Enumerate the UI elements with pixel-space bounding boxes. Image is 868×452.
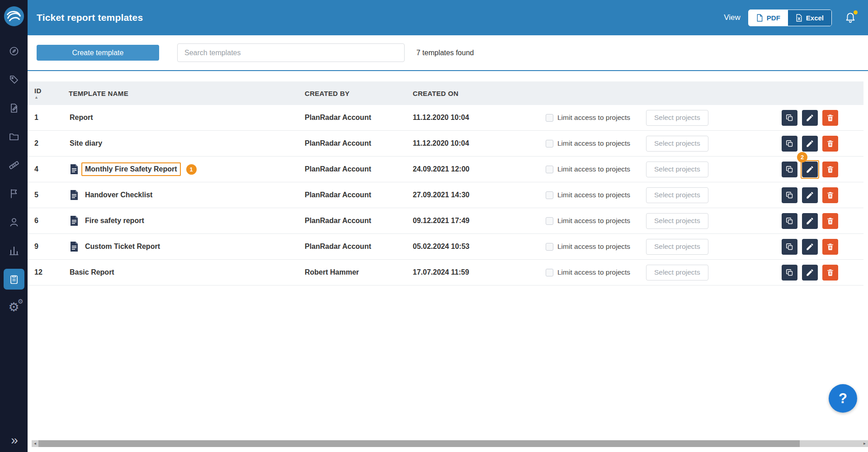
column-header-template-name[interactable]: TEMPLATE NAME (63, 90, 299, 97)
duplicate-button[interactable] (782, 265, 797, 281)
template-name[interactable]: Monthly Fire Safety Report (81, 162, 181, 176)
limit-access-checkbox[interactable] (546, 191, 553, 199)
limit-access-checkbox[interactable] (546, 166, 553, 173)
duplicate-icon (785, 243, 794, 251)
select-projects-button[interactable]: Select projects (646, 239, 708, 255)
duplicate-button[interactable] (782, 110, 797, 126)
row-actions (719, 136, 863, 152)
limit-access-checkbox[interactable] (546, 269, 553, 276)
column-header-created-on[interactable]: CREATED ON (407, 90, 540, 97)
select-projects-button[interactable]: Select projects (646, 162, 708, 177)
delete-button[interactable] (822, 136, 838, 152)
template-name-cell: Fire safety report (63, 214, 299, 228)
duplicate-button[interactable] (782, 213, 797, 229)
edit-button[interactable] (802, 265, 818, 281)
scrollbar-thumb[interactable] (38, 440, 800, 447)
annotation-badge-1: 1 (186, 164, 197, 175)
notifications-button[interactable] (844, 11, 856, 24)
limit-access-checkbox[interactable] (546, 217, 553, 225)
sidebar-item-contacts[interactable] (0, 208, 28, 236)
delete-button[interactable] (822, 187, 838, 203)
limit-access-cell: Limit access to projects (540, 268, 640, 276)
clipboard-icon (9, 274, 19, 285)
duplicate-icon (785, 139, 794, 148)
column-header-created-by[interactable]: CREATED BY (299, 90, 407, 97)
select-projects-button[interactable]: Select projects (646, 136, 708, 152)
limit-access-label: Limit access to projects (557, 217, 630, 225)
delete-button[interactable] (822, 239, 838, 255)
select-projects-button[interactable]: Select projects (646, 213, 708, 229)
template-name[interactable]: Custom Ticket Report (81, 240, 164, 253)
limit-access-checkbox[interactable] (546, 140, 553, 147)
edit-button[interactable] (802, 136, 818, 152)
pdf-view-button[interactable]: PDF (749, 10, 788, 26)
select-projects-cell: Select projects (640, 162, 719, 177)
sidebar-item-projects[interactable] (0, 122, 28, 151)
row-id: 5 (28, 191, 63, 199)
edit-button[interactable] (802, 213, 818, 229)
ruler-icon (9, 160, 19, 171)
row-id: 1 (28, 114, 63, 122)
app-window: ⚙ ⚙ » Ticket report templates View PDF (0, 0, 868, 452)
edit-button[interactable] (802, 110, 818, 126)
collapse-chevrons-icon[interactable]: » (11, 434, 17, 447)
select-projects-button[interactable]: Select projects (646, 265, 708, 281)
delete-button[interactable] (822, 162, 838, 177)
bar-chart-icon (9, 245, 19, 256)
excel-view-button[interactable]: Excel (788, 10, 831, 26)
trash-icon (826, 114, 835, 122)
template-name[interactable]: Basic Report (66, 266, 118, 279)
sidebar-item-tickets[interactable] (0, 65, 28, 94)
sidebar-item-reports[interactable] (0, 265, 28, 293)
template-name[interactable]: Handover Checklist (81, 188, 156, 202)
created-on: 11.12.2020 10:04 (407, 139, 540, 147)
sidebar-item-statistics[interactable] (0, 236, 28, 265)
column-header-id[interactable]: ID ▲ (28, 87, 63, 100)
limit-access-cell: Limit access to projects (540, 139, 640, 147)
template-name[interactable]: Site diary (66, 137, 106, 150)
edit-button[interactable] (802, 162, 818, 177)
sort-ascending-icon[interactable]: ▲ (34, 95, 38, 100)
create-template-button[interactable]: Create template (37, 45, 159, 61)
select-projects-button[interactable]: Select projects (646, 187, 708, 203)
delete-button[interactable] (822, 213, 838, 229)
scroll-right-arrow[interactable]: ► (861, 440, 868, 447)
sidebar-item-forms[interactable] (0, 94, 28, 122)
select-projects-cell: Select projects (640, 213, 719, 229)
sidebar-item-plans[interactable] (0, 179, 28, 208)
limit-access-checkbox[interactable] (546, 114, 553, 122)
delete-button[interactable] (822, 110, 838, 126)
limit-access-label: Limit access to projects (557, 268, 630, 276)
duplicate-button[interactable] (782, 187, 797, 203)
tag-icon (9, 74, 19, 85)
edit-button[interactable] (802, 187, 818, 203)
duplicate-button[interactable] (782, 136, 797, 152)
templates-table: ID ▲ TEMPLATE NAME CREATED BY CREATED ON… (28, 81, 863, 285)
scroll-left-arrow[interactable]: ◄ (32, 440, 38, 447)
planradar-logo[interactable] (4, 6, 24, 27)
help-button[interactable]: ? (829, 384, 857, 413)
sidebar-item-dashboard[interactable] (0, 37, 28, 65)
trash-icon (826, 268, 835, 277)
limit-access-checkbox[interactable] (546, 243, 553, 251)
created-by: PlanRadar Account (299, 114, 407, 122)
duplicate-button[interactable] (782, 162, 797, 177)
created-on: 24.09.2021 12:00 (407, 165, 540, 173)
row-id: 4 (28, 165, 63, 173)
delete-button[interactable] (822, 265, 838, 281)
duplicate-button[interactable] (782, 239, 797, 255)
sidebar-nav: ⚙ ⚙ (0, 37, 28, 322)
select-projects-button[interactable]: Select projects (646, 110, 708, 126)
template-name[interactable]: Report (66, 111, 97, 124)
sidebar-item-settings[interactable]: ⚙ ⚙ (0, 293, 28, 322)
template-name[interactable]: Fire safety report (81, 214, 148, 228)
horizontal-scrollbar[interactable]: ◄ ► (32, 440, 868, 447)
trash-icon (826, 217, 835, 225)
sidebar-item-measure[interactable] (0, 151, 28, 179)
limit-access-cell: Limit access to projects (540, 165, 640, 173)
notification-dot (854, 10, 858, 14)
search-templates-input[interactable] (177, 43, 405, 62)
edit-button[interactable] (802, 239, 818, 255)
duplicate-icon (785, 268, 794, 277)
created-by: Robert Hammer (299, 268, 407, 276)
